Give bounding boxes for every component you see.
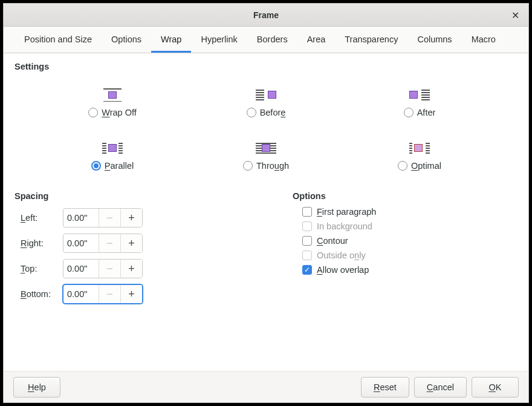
spacing-top-spin: − + xyxy=(63,259,143,278)
spacing-column: Spacing Left: − + Right: xyxy=(15,191,268,304)
wrap-parallel-radio[interactable] xyxy=(91,161,101,171)
spacing-left-row: Left: − + xyxy=(21,208,268,228)
reset-button[interactable]: Reset xyxy=(361,377,409,398)
minus-icon: − xyxy=(106,263,113,275)
wrap-parallel-label: Parallel xyxy=(105,161,134,171)
tab-options[interactable]: Options xyxy=(102,28,151,53)
spacing-bottom-label: Bottom: xyxy=(21,289,58,299)
wrap-after-icon xyxy=(409,88,430,102)
allow-overlap-label: Allow overlap xyxy=(317,265,369,275)
window-title: Frame xyxy=(253,10,279,20)
spacing-bottom-dec-button[interactable]: − xyxy=(99,285,120,303)
spacing-bottom-input[interactable] xyxy=(63,285,99,303)
plus-icon: + xyxy=(128,237,135,250)
spacing-left-dec-button[interactable]: − xyxy=(99,209,120,227)
lower-row: Spacing Left: − + Right: xyxy=(15,191,517,304)
tab-content-wrap: Settings Wrap Off Before xyxy=(4,53,528,371)
minus-icon: − xyxy=(106,288,113,301)
wrap-before-label: Before xyxy=(260,108,286,117)
close-button[interactable]: ✕ xyxy=(508,8,522,22)
wrap-mode-grid: Wrap Off Before After xyxy=(15,74,517,177)
tabs-bar: Position and Size Options Wrap Hyperlink… xyxy=(4,27,528,53)
option-in-background: In background xyxy=(302,221,517,231)
help-button[interactable]: Help xyxy=(13,377,60,398)
dialog-footer: Help Reset Cancel OK xyxy=(4,371,528,402)
minus-icon: − xyxy=(106,212,113,224)
options-section-header: Options xyxy=(293,191,517,201)
spacing-section-header: Spacing xyxy=(15,191,268,201)
tab-hyperlink[interactable]: Hyperlink xyxy=(191,28,247,53)
contour-label: Contour xyxy=(317,236,348,246)
first-paragraph-label: First paragraph xyxy=(317,207,376,217)
plus-icon: + xyxy=(128,212,135,224)
in-background-checkbox xyxy=(302,221,312,231)
wrap-optimal-radio[interactable] xyxy=(398,161,407,171)
option-outside-only: Outside only xyxy=(302,250,517,260)
tab-area[interactable]: Area xyxy=(297,28,336,53)
wrap-off-icon xyxy=(102,88,123,102)
wrap-before-radio[interactable] xyxy=(247,108,256,117)
close-icon: ✕ xyxy=(511,10,519,21)
tab-transparency[interactable]: Transparency xyxy=(335,28,407,53)
wrap-off-label: Wrap Off xyxy=(102,108,137,117)
spacing-top-dec-button[interactable]: − xyxy=(99,260,120,278)
spacing-top-label: Top: xyxy=(21,264,58,273)
allow-overlap-checkbox[interactable]: ✓ xyxy=(302,265,312,275)
spacing-bottom-spin: − + xyxy=(63,284,143,304)
spacing-left-label: Left: xyxy=(21,213,58,223)
outside-only-checkbox xyxy=(302,250,312,260)
wrap-optimal-label: Optimal xyxy=(411,161,441,171)
spacing-bottom-row: Bottom: − + xyxy=(21,284,268,304)
tab-position-and-size[interactable]: Position and Size xyxy=(15,28,102,53)
spacing-bottom-inc-button[interactable]: + xyxy=(120,285,142,303)
ok-button[interactable]: OK xyxy=(472,377,519,398)
wrap-before-icon xyxy=(256,88,276,102)
tab-columns[interactable]: Columns xyxy=(407,28,461,53)
spacing-top-row: Top: − + xyxy=(21,259,268,278)
spacing-right-dec-button[interactable]: − xyxy=(99,234,120,252)
first-paragraph-checkbox[interactable] xyxy=(302,207,312,217)
titlebar: Frame ✕ xyxy=(4,4,528,27)
spacing-right-label: Right: xyxy=(21,238,58,248)
wrap-optimal-icon xyxy=(409,142,430,155)
plus-icon: + xyxy=(128,263,135,275)
wrap-through-label: Through xyxy=(256,161,289,171)
wrap-off-radio[interactable] xyxy=(88,108,98,117)
wrap-off-option[interactable]: Wrap Off xyxy=(39,88,186,117)
wrap-after-radio[interactable] xyxy=(404,108,414,117)
wrap-parallel-option[interactable]: Parallel xyxy=(39,142,186,171)
options-column: Options First paragraph In background Co… xyxy=(293,191,517,304)
spacing-left-spin: − + xyxy=(63,208,143,228)
tab-macro[interactable]: Macro xyxy=(462,28,505,53)
spacing-left-inc-button[interactable]: + xyxy=(120,209,142,227)
spacing-top-inc-button[interactable]: + xyxy=(120,260,142,278)
spacing-right-spin: − + xyxy=(63,234,143,253)
option-allow-overlap[interactable]: ✓ Allow overlap xyxy=(302,265,517,275)
tab-borders[interactable]: Borders xyxy=(247,28,297,53)
wrap-before-option[interactable]: Before xyxy=(192,88,340,117)
tab-wrap[interactable]: Wrap xyxy=(151,28,191,53)
settings-section-header: Settings xyxy=(15,62,517,71)
wrap-after-label: After xyxy=(417,108,436,117)
wrap-through-radio[interactable] xyxy=(243,161,253,171)
frame-dialog-window: Frame ✕ Position and Size Options Wrap H… xyxy=(3,3,529,403)
spacing-left-input[interactable] xyxy=(63,209,99,227)
option-first-paragraph[interactable]: First paragraph xyxy=(302,207,517,217)
wrap-parallel-icon xyxy=(102,142,123,155)
outside-only-label: Outside only xyxy=(317,250,366,260)
wrap-optimal-option[interactable]: Optimal xyxy=(346,142,493,171)
option-contour[interactable]: Contour xyxy=(302,236,517,246)
spacing-right-row: Right: − + xyxy=(21,234,268,253)
spacing-right-input[interactable] xyxy=(63,234,99,252)
cancel-button[interactable]: Cancel xyxy=(414,377,467,398)
wrap-through-option[interactable]: Through xyxy=(192,142,340,171)
spacing-top-input[interactable] xyxy=(63,260,99,278)
plus-icon: + xyxy=(128,288,135,301)
contour-checkbox[interactable] xyxy=(302,236,312,246)
wrap-after-option[interactable]: After xyxy=(346,88,493,117)
spacing-right-inc-button[interactable]: + xyxy=(120,234,142,252)
minus-icon: − xyxy=(106,237,113,250)
in-background-label: In background xyxy=(317,221,372,231)
wrap-through-icon xyxy=(256,142,276,155)
